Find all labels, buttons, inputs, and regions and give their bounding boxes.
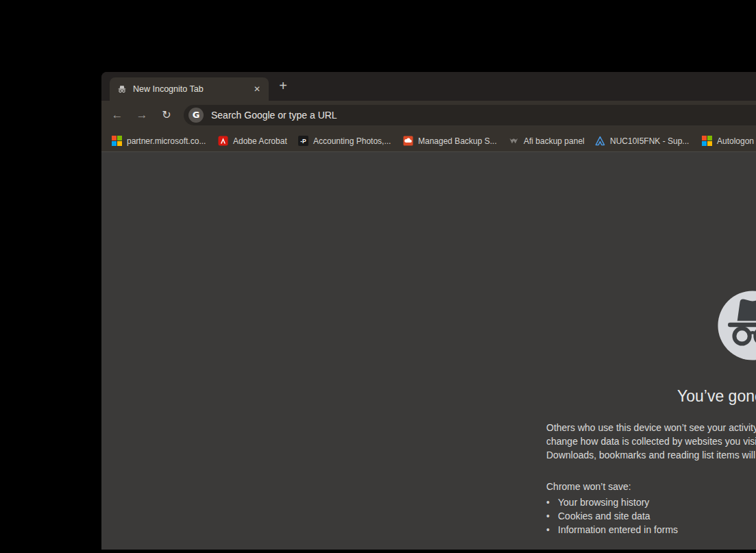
list-item: • Cookies and site data <box>546 509 678 523</box>
list-item: • Information entered in forms <box>546 523 678 537</box>
refresh-icon[interactable]: ↻ <box>157 106 176 125</box>
orange-cloud-icon <box>403 136 413 146</box>
address-bar[interactable]: G Search Google or type a URL <box>184 105 756 125</box>
page-title: You’ve gone Incognito <box>677 385 756 407</box>
navigation-toolbar: ← → ↻ G Search Google or type a URL <box>101 101 756 130</box>
bookmark-managed-backup[interactable]: Managed Backup S... <box>403 130 497 151</box>
chrome-incognito-window: New Incognito Tab ✕ + ← → ↻ G Search Goo… <box>101 72 756 550</box>
blue-triangle-icon <box>595 136 605 146</box>
intro-paragraph: Others who use this device won’t see you… <box>546 421 756 462</box>
bookmark-afi-backup-panel[interactable]: Afi backup panel <box>509 130 585 151</box>
microsoft-logo-icon <box>702 136 712 146</box>
bookmark-accounting-photos[interactable]: -P Accounting Photos,... <box>298 130 391 151</box>
tab-strip: New Incognito Tab ✕ + <box>101 72 756 101</box>
list-item-text: Cookies and site data <box>558 509 650 523</box>
tab-new-incognito[interactable]: New Incognito Tab ✕ <box>110 77 269 101</box>
google-g-icon: G <box>188 108 204 123</box>
adobe-acrobat-icon <box>218 136 228 146</box>
incognito-page: You’ve gone Incognito Others who use thi… <box>101 152 756 550</box>
new-tab-button[interactable]: + <box>273 77 293 96</box>
bookmark-label: partner.microsoft.co... <box>127 136 206 146</box>
list-item-text: Information entered in forms <box>558 523 678 537</box>
bookmark-label: Autologon <box>717 136 754 146</box>
bookmark-label: Afi backup panel <box>524 136 585 146</box>
bookmarks-bar: partner.microsoft.co... Adobe Acrobat -P… <box>101 130 756 152</box>
bullet-icon: • <box>546 495 558 509</box>
bookmark-adobe-acrobat[interactable]: Adobe Acrobat <box>218 130 287 151</box>
forward-icon[interactable]: → <box>132 106 151 125</box>
bookmark-label: Adobe Acrobat <box>233 136 287 146</box>
incognito-icon <box>117 84 127 95</box>
tab-title: New Incognito Tab <box>133 77 204 101</box>
bullet-icon: • <box>546 523 558 537</box>
back-icon[interactable]: ← <box>108 106 127 125</box>
list-item-text: Your browsing history <box>558 495 649 509</box>
bookmark-nuc-support[interactable]: NUC10I5FNK - Sup... <box>595 130 689 151</box>
intro-line: Downloads, bookmarks and reading list it… <box>546 448 756 462</box>
intro-line: change how data is collected by websites… <box>546 434 756 448</box>
wont-save-list: • Your browsing history • Cookies and si… <box>546 495 678 537</box>
bookmark-label: Managed Backup S... <box>418 136 497 146</box>
gray-crown-icon <box>509 136 519 146</box>
bookmark-label: NUC10I5FNK - Sup... <box>610 136 689 146</box>
bookmark-partner-microsoft[interactable]: partner.microsoft.co... <box>112 130 206 151</box>
microsoft-logo-icon <box>112 136 122 146</box>
incognito-logo-icon <box>711 284 756 367</box>
bookmark-autologon[interactable]: Autologon <box>702 130 754 151</box>
desktop: New Incognito Tab ✕ + ← → ↻ G Search Goo… <box>0 0 756 553</box>
bookmark-label: Accounting Photos,... <box>313 136 391 146</box>
bullet-icon: • <box>546 509 558 523</box>
wont-save-label: Chrome won’t save: <box>546 480 631 493</box>
list-item: • Your browsing history <box>546 495 678 509</box>
address-bar-text[interactable]: Search Google or type a URL <box>211 105 337 125</box>
dash-p-favicon-icon: -P <box>298 136 308 146</box>
intro-line: Others who use this device won’t see you… <box>546 421 756 434</box>
tab-close-icon[interactable]: ✕ <box>251 83 263 95</box>
